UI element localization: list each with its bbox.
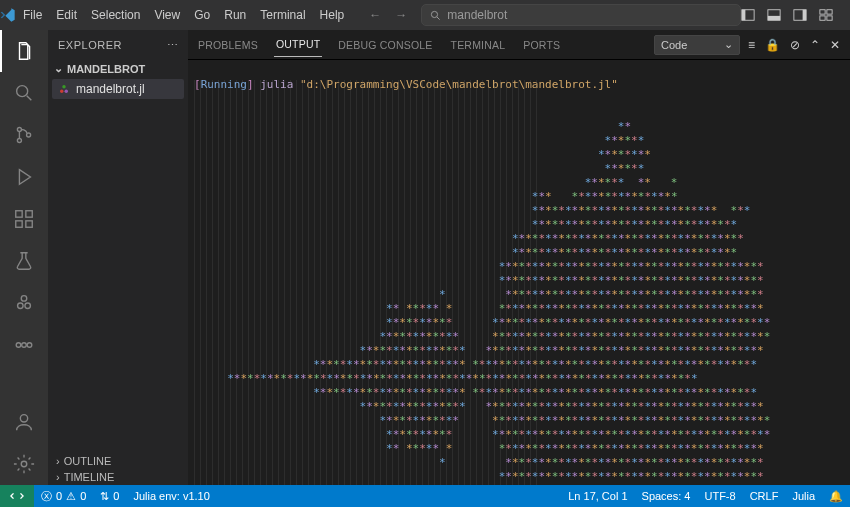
panel-area: PROBLEMS OUTPUT DEBUG CONSOLE TERMINAL P… [188,30,850,485]
titlebar-right: — ▢ ✕ [741,0,850,30]
menu-file[interactable]: File [16,0,49,30]
activity-explorer-icon[interactable] [0,30,48,72]
activity-settings-icon[interactable] [0,443,48,485]
output-lock-icon[interactable]: 🔒 [763,38,782,52]
menu-edit[interactable]: Edit [49,0,84,30]
svg-marker-17 [19,170,30,185]
svg-rect-19 [16,221,22,227]
title-bar: File Edit Selection View Go Run Terminal… [0,0,850,30]
panel-toolbar: Code⌄ ≡ 🔒 ⊘ ⌃ ✕ [654,35,850,55]
status-bar: ⓧ0⚠0 ⇅0 Julia env: v1.10 Ln 17, Col 1 Sp… [0,485,850,507]
chevron-right-icon: › [56,455,60,467]
remote-icon[interactable] [0,485,34,507]
status-lang[interactable]: Julia [785,490,822,503]
svg-rect-10 [820,16,825,20]
output-channel-select[interactable]: Code⌄ [654,35,740,55]
activity-julia-icon[interactable] [0,282,48,324]
tab-debug-console[interactable]: DEBUG CONSOLE [336,33,434,57]
tab-problems[interactable]: PROBLEMS [196,33,260,57]
explorer-title: EXPLORER ⋯ [48,30,188,60]
file-item[interactable]: mandelbrot.jl [52,79,184,99]
chevron-down-icon: ⌄ [54,62,63,75]
menu-run[interactable]: Run [217,0,253,30]
output-settings-icon[interactable]: ≡ [746,38,757,52]
status-eol[interactable]: CRLF [743,490,786,503]
nav-back-icon[interactable]: ← [365,8,385,22]
status-bell-icon[interactable]: 🔔 [822,490,850,503]
outline-section[interactable]: ›OUTLINE [48,453,188,469]
svg-rect-3 [742,10,746,21]
tab-ports[interactable]: PORTS [521,33,562,57]
file-name: mandelbrot.jl [76,82,145,96]
chevron-down-icon: ⌄ [724,38,733,51]
svg-point-23 [25,303,30,309]
window-minimize-icon[interactable]: — [845,0,850,30]
svg-rect-8 [820,10,825,14]
search-text: mandelbrot [447,8,507,22]
timeline-section[interactable]: ›TIMELINE [48,469,188,485]
svg-rect-7 [803,10,807,21]
outline-label: OUTLINE [64,455,112,467]
layout-sidebar-right-icon[interactable] [793,8,819,22]
status-warnings-count: 0 [80,490,86,502]
status-encoding[interactable]: UTF-8 [697,490,742,503]
nav-buttons: ← → [365,8,411,22]
panel-close-icon[interactable]: ✕ [828,38,842,52]
customize-layout-icon[interactable] [819,8,845,22]
menu-selection[interactable]: Selection [84,0,147,30]
activity-search-icon[interactable] [0,72,48,114]
svg-point-14 [17,127,21,131]
layout-panel-icon[interactable] [767,8,793,22]
svg-point-29 [21,461,27,467]
svg-rect-5 [768,16,780,20]
activity-account-icon[interactable] [0,401,48,443]
activity-bar [0,30,48,485]
activity-debug-icon[interactable] [0,156,48,198]
workbench: EXPLORER ⋯ ⌄ MANDELBROT mandelbrot.jl ›O… [0,30,850,485]
output-view[interactable]: [Running] julia "d:\Programming\VSCode\m… [188,60,850,485]
explorer-root-label: MANDELBROT [67,63,145,75]
mandelbrot-output: ** ****** ******** [194,120,844,485]
activity-extra-icon[interactable] [0,324,48,366]
svg-point-30 [60,90,63,93]
svg-point-16 [27,133,31,137]
svg-point-25 [16,343,21,348]
ports-icon: ⇅ [100,490,109,503]
menu-help[interactable]: Help [313,0,352,30]
output-clear-icon[interactable]: ⊘ [788,38,802,52]
nav-forward-icon[interactable]: → [391,8,411,22]
svg-point-0 [432,11,438,17]
svg-line-1 [437,16,440,19]
menu-view[interactable]: View [147,0,187,30]
menu-go[interactable]: Go [187,0,217,30]
svg-point-32 [62,85,65,88]
tab-terminal[interactable]: TERMINAL [449,33,508,57]
activity-extensions-icon[interactable] [0,198,48,240]
menu-terminal[interactable]: Terminal [253,0,312,30]
panel-tabs: PROBLEMS OUTPUT DEBUG CONSOLE TERMINAL P… [188,30,850,60]
output-channel-label: Code [661,39,687,51]
panel-maximize-icon[interactable]: ⌃ [808,38,822,52]
layout-sidebar-left-icon[interactable] [741,8,767,22]
output-run-line: [Running] julia "d:\Programming\VSCode\m… [194,78,844,92]
explorer-more-icon[interactable]: ⋯ [167,39,179,52]
tab-output[interactable]: OUTPUT [274,32,322,57]
svg-point-27 [27,343,32,348]
svg-line-13 [27,96,32,101]
activity-testing-icon[interactable] [0,240,48,282]
explorer-root[interactable]: ⌄ MANDELBROT [48,60,188,77]
svg-point-31 [65,90,68,93]
status-errors[interactable]: ⓧ0⚠0 [34,489,93,504]
svg-point-28 [20,415,27,422]
activity-scm-icon[interactable] [0,114,48,156]
svg-rect-9 [827,10,832,14]
command-center[interactable]: mandelbrot [421,4,741,26]
status-julia-env[interactable]: Julia env: v1.10 [126,490,216,502]
error-icon: ⓧ [41,489,52,504]
status-ln-col[interactable]: Ln 17, Col 1 [561,490,634,503]
status-ports[interactable]: ⇅0 [93,490,126,503]
status-spaces[interactable]: Spaces: 4 [635,490,698,503]
svg-point-22 [18,303,23,309]
main-menu: File Edit Selection View Go Run Terminal… [16,0,351,30]
svg-rect-20 [26,221,32,227]
